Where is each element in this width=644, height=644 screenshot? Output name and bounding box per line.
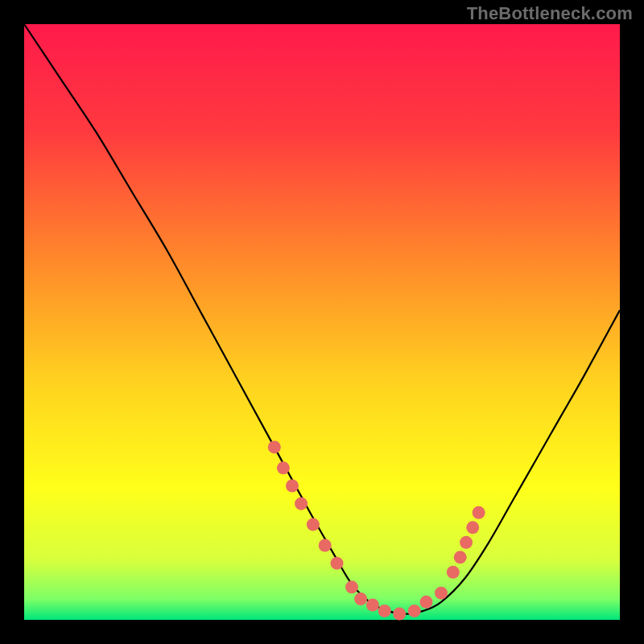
highlight-dot (447, 566, 460, 579)
highlight-dot (435, 587, 448, 600)
highlight-dot (277, 461, 290, 474)
watermark-text: TheBottleneck.com (467, 3, 633, 24)
highlight-dot (268, 440, 281, 453)
plot-background (24, 24, 620, 620)
highlight-dot (366, 599, 379, 612)
highlight-dot (378, 605, 391, 617)
highlight-dot (408, 605, 421, 617)
highlight-dot (331, 557, 344, 570)
highlight-dot (473, 506, 485, 519)
highlight-dot (286, 480, 299, 493)
highlight-dot (420, 596, 433, 609)
highlight-dot (319, 539, 332, 552)
highlight-dot (454, 551, 467, 564)
highlight-dot (295, 497, 308, 510)
highlight-dot (466, 521, 479, 534)
chart-frame: TheBottleneck.com (0, 0, 644, 644)
bottleneck-chart (0, 0, 644, 644)
highlight-dot (307, 518, 320, 531)
highlight-dot (345, 580, 358, 593)
highlight-dot (354, 592, 367, 605)
highlight-dot (460, 536, 473, 549)
highlight-dot (393, 608, 406, 621)
